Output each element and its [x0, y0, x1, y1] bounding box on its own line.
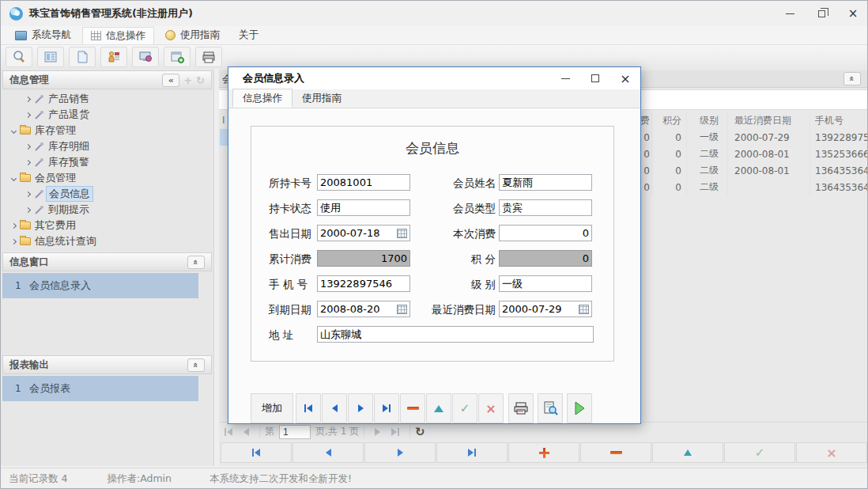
table-row[interactable]: 0 0 二级 136435364: [614, 179, 868, 195]
collapse-panel-button[interactable]: «: [187, 358, 205, 372]
member-type-field[interactable]: [499, 199, 592, 216]
chevron-right-icon: [25, 207, 31, 212]
date-input[interactable]: [318, 227, 397, 239]
monitor-globe-tool-button[interactable]: [132, 47, 159, 67]
dialog-title-bar: 会员信息录入 ×: [228, 67, 640, 89]
tree-label: 到期提示: [48, 203, 89, 217]
page-next-button[interactable]: [375, 428, 380, 436]
first-record-button[interactable]: [296, 393, 321, 423]
column-header[interactable]: 积分: [652, 112, 687, 129]
tree-item-member-info[interactable]: 会员信息: [26, 186, 93, 202]
field-label: 本次消费: [421, 225, 496, 242]
add-icon[interactable]: +: [183, 74, 192, 86]
card-number-field[interactable]: [317, 174, 410, 191]
delete-record-button[interactable]: [580, 442, 651, 463]
calendar-icon[interactable]: [579, 305, 589, 314]
tree-item-expiry-reminder[interactable]: 到期提示: [26, 202, 89, 218]
member-info-groupbox: 会员信息 所持卡号 会员姓名 持卡状态 会员类型 售出日期 本次消费 累计消费 …: [251, 126, 614, 362]
last-spend-date-field[interactable]: [499, 301, 592, 317]
report-item[interactable]: 1 会员报表: [2, 376, 198, 401]
date-input[interactable]: [318, 303, 397, 315]
tree-item-statistics-query[interactable]: 信息统计查询: [12, 233, 96, 249]
tree-label: 库存管理: [35, 123, 76, 138]
dialog-close-button[interactable]: ×: [610, 69, 640, 88]
print-preview-button[interactable]: [538, 393, 563, 423]
table-row[interactable]: 0 0 二级 2000-08-01 135253666: [614, 146, 868, 162]
tool-icon: [34, 205, 44, 215]
next-record-button[interactable]: [348, 393, 373, 423]
collapse-panel-button[interactable]: «: [187, 256, 205, 269]
tree-item-inventory-warning[interactable]: 库存预警: [26, 154, 89, 170]
restore-button[interactable]: [806, 2, 837, 25]
cancel-record-button[interactable]: ×: [796, 442, 867, 463]
printer-tool-button[interactable]: [195, 47, 222, 67]
tree-item-product-sales[interactable]: 产品销售: [26, 91, 89, 107]
insert-record-button[interactable]: [508, 442, 579, 463]
dialog-maximize-button[interactable]: [580, 69, 610, 88]
add-button[interactable]: 增加: [251, 393, 293, 423]
search-tool-button[interactable]: [6, 47, 32, 67]
column-header[interactable]: 级别: [687, 112, 728, 129]
tree-item-other-fees[interactable]: 其它费用: [12, 218, 76, 233]
minimize-icon: [786, 13, 794, 14]
date-input[interactable]: [500, 303, 579, 315]
collapse-content-button[interactable]: «: [843, 72, 861, 85]
column-header[interactable]: 最近消费日期: [728, 112, 810, 129]
dialog-tab-user-guide[interactable]: 使用指南: [292, 89, 351, 108]
form-list-tool-button[interactable]: [37, 47, 64, 67]
edit-record-button[interactable]: [652, 442, 723, 463]
user-tasks-tool-button[interactable]: [100, 47, 127, 67]
address-field[interactable]: [317, 326, 594, 343]
print-button[interactable]: [508, 393, 534, 423]
document-tool-button[interactable]: [69, 47, 96, 67]
close-button[interactable]: ×: [837, 2, 868, 25]
cancel-record-button[interactable]: ×: [478, 393, 504, 423]
collapse-sidebar-button[interactable]: «: [162, 74, 179, 87]
phone-field[interactable]: [317, 275, 410, 292]
previous-record-button[interactable]: [322, 393, 347, 423]
cell: 136435364: [810, 162, 868, 179]
member-name-field[interactable]: [499, 174, 592, 191]
tree-item-product-returns[interactable]: 产品退货: [26, 107, 89, 123]
page-number-input[interactable]: [279, 425, 311, 439]
dialog-minimize-button[interactable]: [550, 69, 580, 88]
page-last-button[interactable]: [391, 428, 399, 436]
field-label: 积 分: [421, 250, 496, 267]
level-field[interactable]: [499, 275, 592, 292]
column-header[interactable]: 手机号: [810, 112, 868, 129]
info-window-item[interactable]: 1 会员信息录入: [2, 273, 198, 298]
post-record-button[interactable]: ✓: [724, 442, 795, 463]
current-spend-field[interactable]: [499, 225, 592, 241]
refresh-button[interactable]: ↻: [415, 425, 425, 439]
refresh-icon[interactable]: ↻: [196, 74, 205, 86]
sale-date-field[interactable]: [317, 225, 410, 241]
last-record-button[interactable]: [374, 393, 399, 423]
table-row[interactable]: 0 0 一级 2000-07-29 139228975: [614, 129, 868, 146]
nav-last-button[interactable]: [436, 442, 508, 463]
calendar-icon[interactable]: [397, 229, 407, 238]
nav-first-button[interactable]: [221, 442, 292, 463]
card-status-field[interactable]: [317, 199, 410, 216]
table-row[interactable]: 0 0 二级 2000-08-01 136435364: [614, 162, 868, 179]
menu-info-operation[interactable]: 信息操作: [82, 27, 154, 44]
page-first-button[interactable]: [225, 428, 232, 436]
menu-about[interactable]: 关于: [231, 27, 266, 44]
tree-item-inventory-management[interactable]: 库存管理: [12, 123, 76, 138]
dialog-tab-info-operation[interactable]: 信息操作: [232, 89, 292, 108]
expiry-date-field[interactable]: [317, 301, 410, 317]
cell: 2000-08-01: [728, 146, 810, 162]
page-previous-button[interactable]: [243, 428, 249, 436]
menu-user-guide[interactable]: 使用指南: [157, 27, 228, 44]
execute-button[interactable]: [567, 393, 592, 423]
post-record-button[interactable]: ✓: [452, 393, 477, 423]
nav-next-button[interactable]: [364, 442, 436, 463]
delete-record-button[interactable]: [400, 393, 425, 423]
window-add-tool-button[interactable]: [164, 47, 191, 67]
tree-item-member-management[interactable]: 会员管理: [12, 170, 76, 186]
edit-record-button[interactable]: [426, 393, 451, 423]
calendar-icon[interactable]: [397, 305, 407, 314]
minimize-button[interactable]: [774, 2, 806, 25]
tree-item-inventory-detail[interactable]: 库存明细: [26, 138, 89, 154]
menu-system-navigation[interactable]: 系统导航: [7, 27, 79, 44]
nav-previous-button[interactable]: [292, 442, 364, 463]
